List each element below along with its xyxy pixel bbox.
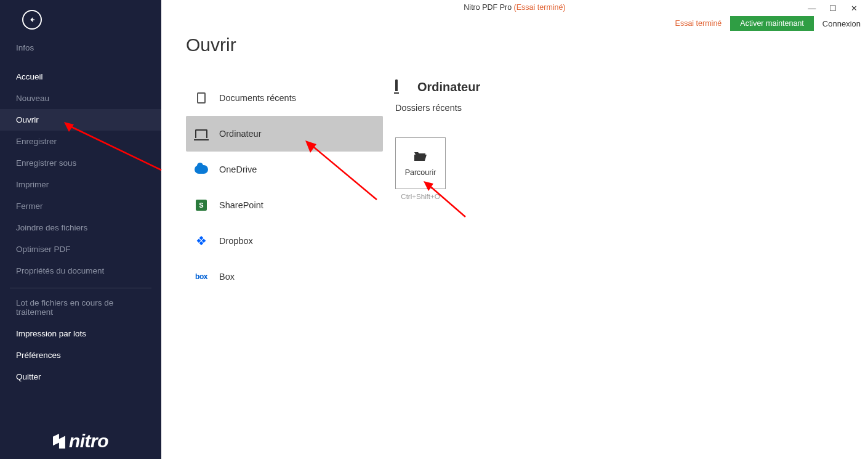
source-label: Box	[219, 272, 235, 282]
page-title: Ouvrir	[186, 35, 236, 55]
sidebar-item-preferences[interactable]: Préférences	[0, 344, 161, 366]
sidebar-item-fermer[interactable]: Fermer	[0, 195, 161, 217]
maximize-button[interactable]: ☐	[822, 1, 843, 15]
box-icon: box	[195, 270, 208, 283]
sidebar: Infos Accueil Nouveau Ouvrir Enregistrer…	[0, 0, 161, 459]
sidebar-item-enregistrer[interactable]: Enregistrer	[0, 131, 161, 152]
sidebar-item-proprietes[interactable]: Propriétés du document	[0, 260, 161, 282]
sidebar-item-lot[interactable]: Lot de fichiers en cours de traitement	[0, 292, 161, 323]
sidebar-item-quitter[interactable]: Quitter	[0, 366, 161, 388]
sidebar-item-enregistrer-sous[interactable]: Enregistrer sous	[0, 152, 161, 174]
sidebar-item-accueil[interactable]: Accueil	[0, 66, 161, 87]
open-sources: Documents récents Ordinateur OneDrive S …	[186, 80, 383, 294]
source-label: Dropbox	[219, 236, 253, 246]
close-button[interactable]: ✕	[843, 1, 864, 15]
source-label: OneDrive	[219, 165, 257, 174]
source-label: Ordinateur	[219, 129, 262, 139]
source-recent[interactable]: Documents récents	[186, 80, 383, 116]
window-controls: — ☐ ✕	[802, 1, 864, 15]
browse-button[interactable]: Parcourir	[395, 137, 446, 189]
sidebar-item-nouveau[interactable]: Nouveau	[0, 87, 161, 109]
header-actions: Essai terminé Activer maintenant Connexi…	[675, 16, 861, 31]
source-computer[interactable]: Ordinateur	[186, 116, 383, 152]
browse-shortcut: Ctrl+Shift+O	[395, 193, 446, 200]
activate-button[interactable]: Activer maintenant	[730, 16, 814, 31]
browse-label: Parcourir	[405, 168, 436, 177]
source-label: SharePoint	[219, 200, 263, 210]
login-link[interactable]: Connexion	[822, 19, 861, 28]
back-button[interactable]	[22, 10, 42, 30]
sidebar-item-infos[interactable]: Infos	[0, 37, 161, 59]
source-box[interactable]: box Box	[186, 259, 383, 294]
sidebar-item-ouvrir[interactable]: Ouvrir	[0, 109, 161, 131]
folder-open-icon	[413, 150, 428, 162]
sidebar-item-imprimer[interactable]: Imprimer	[0, 174, 161, 195]
sidebar-nav: Infos Accueil Nouveau Ouvrir Enregistrer…	[0, 37, 161, 388]
nitro-logo: nitro	[0, 431, 161, 452]
arrow-left-icon	[27, 15, 37, 25]
main-content: Nitro PDF Pro (Essai terminé) — ☐ ✕ Essa…	[161, 0, 868, 459]
sidebar-item-impression-lots[interactable]: Impression par lots	[0, 323, 161, 344]
detail-heading: Ordinateur	[417, 80, 480, 94]
laptop-icon	[395, 81, 409, 94]
sharepoint-icon: S	[195, 198, 208, 212]
nitro-logo-icon	[53, 434, 65, 449]
app-title: Nitro PDF Pro (Essai terminé)	[464, 3, 565, 12]
open-detail: Ordinateur Dossiers récents Parcourir Ct…	[383, 80, 856, 294]
source-onedrive[interactable]: OneDrive	[186, 152, 383, 187]
onedrive-icon	[195, 163, 208, 176]
laptop-icon	[195, 127, 208, 140]
sidebar-separator	[10, 288, 151, 288]
sidebar-item-joindre[interactable]: Joindre des fichiers	[0, 217, 161, 238]
document-icon	[195, 91, 208, 105]
svg-rect-0	[31, 19, 34, 20]
titlebar: Nitro PDF Pro (Essai terminé)	[161, 0, 868, 15]
minimize-button[interactable]: —	[802, 1, 822, 15]
dropbox-icon: ❖	[195, 234, 208, 248]
source-sharepoint[interactable]: S SharePoint	[186, 187, 383, 223]
sidebar-item-optimiser[interactable]: Optimiser PDF	[0, 238, 161, 260]
source-dropbox[interactable]: ❖ Dropbox	[186, 223, 383, 259]
trial-status: Essai terminé	[675, 19, 722, 28]
detail-subheading: Dossiers récents	[395, 103, 856, 113]
source-label: Documents récents	[219, 93, 296, 103]
